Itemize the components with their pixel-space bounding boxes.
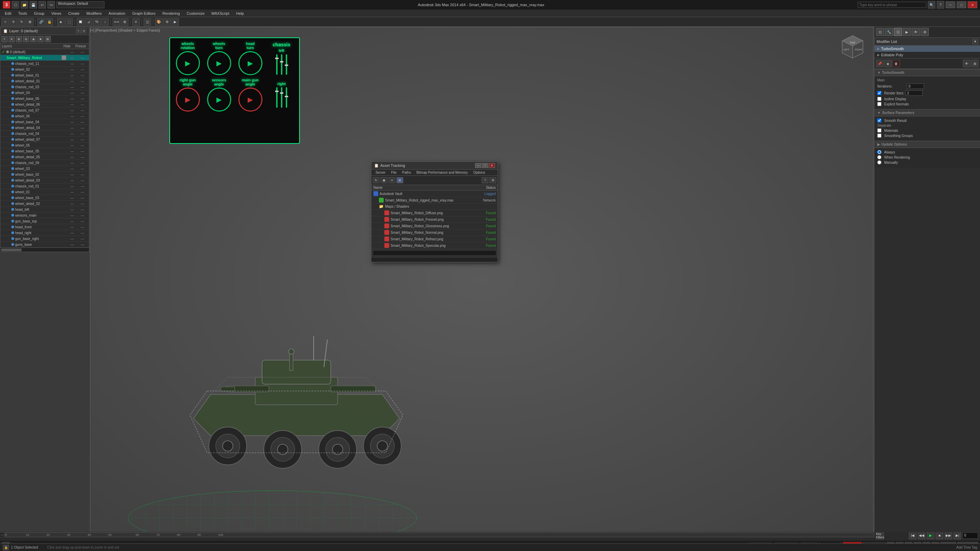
ap-refresh-btn[interactable]: ↻ [373, 177, 380, 183]
layer-mgr[interactable]: ≡ [132, 18, 140, 26]
viewport-3d[interactable]: wheelsrotation ▶ wheelsturn ▶ headturn ▶ [90, 27, 873, 532]
slider5[interactable] [281, 87, 282, 108]
select-filter[interactable]: ◈ [57, 18, 65, 26]
smoothing-groups-check[interactable] [877, 133, 881, 138]
update-options-header[interactable]: ▶ Update Options [875, 141, 980, 148]
move-btn[interactable]: ✛ [10, 18, 17, 26]
list-item[interactable]: head_front —— [0, 224, 89, 230]
key-filters-btn[interactable]: Key Filters [876, 532, 884, 539]
next-key-btn[interactable]: ▶▶ [945, 532, 952, 539]
new-layer-btn[interactable]: + [2, 36, 8, 42]
percent-snap[interactable]: % [93, 18, 101, 26]
material-editor[interactable]: 🎨 [155, 18, 162, 26]
render-setup[interactable]: ⚙ [163, 18, 171, 26]
isoline-check[interactable] [877, 97, 881, 101]
search-btn[interactable]: 🔍 [928, 1, 935, 9]
viewport-cube[interactable]: TOP RIGHT LEFT [839, 34, 866, 62]
menu-create[interactable]: Create [65, 11, 83, 16]
snap-toggle[interactable]: 🔲 [76, 18, 84, 26]
ap-menu-options[interactable]: Options [471, 170, 488, 175]
select-layer-btn[interactable]: ◈ [30, 36, 37, 42]
add-time-tag[interactable]: Add Time Tag [956, 546, 977, 549]
save-btn[interactable]: 💾 [30, 1, 37, 9]
list-item[interactable]: chassis_rod_11 —— [0, 61, 89, 67]
list-item[interactable]: Smart_Military_Robot — — [0, 55, 89, 61]
asset-maximize-btn[interactable]: □ [482, 163, 488, 168]
list-item[interactable]: wheel_03 —— [0, 166, 89, 171]
list-item[interactable]: wheel_06 —— [0, 113, 89, 119]
list-item[interactable]: wheel_base_01 —— [0, 72, 89, 78]
list-item[interactable]: wheel_detail_05 —— [0, 154, 89, 160]
select-btn[interactable]: ⊹ [2, 18, 9, 26]
slider4[interactable] [276, 87, 278, 108]
list-item[interactable]: wheel_05 —— [0, 143, 89, 148]
remove-modifier-btn[interactable]: 🗑 [892, 60, 900, 67]
help-btn[interactable]: ? [937, 1, 944, 9]
list-item[interactable]: chassis_rod_09 —— [0, 160, 89, 166]
ap-list-btn[interactable]: ≡ [388, 177, 395, 183]
list-item[interactable]: wheel_detail_04 —— [0, 125, 89, 131]
list-item[interactable]: 📁 Maps / Shaders [371, 203, 498, 210]
remove-from-layer-btn[interactable]: ⊖ [23, 36, 29, 42]
stop-btn[interactable]: ■ [936, 532, 943, 539]
mirror-btn[interactable]: ⟺ [113, 18, 120, 26]
explicit-check[interactable] [877, 102, 881, 106]
asset-close-btn[interactable]: ✕ [489, 163, 495, 168]
turbosmooth-section-header[interactable]: ▼ TurboSmooth [875, 69, 980, 76]
slider6[interactable] [286, 87, 287, 108]
wheels-turn-btn[interactable]: ▶ [207, 51, 231, 75]
head-turn-btn[interactable]: ▶ [239, 51, 262, 75]
list-item[interactable]: head_right —— [0, 230, 89, 236]
list-item[interactable]: Autodesk Vault Logged [371, 191, 498, 197]
lock-btn[interactable]: 🔒 [3, 545, 9, 550]
list-item[interactable]: wheel_01 —— [0, 189, 89, 195]
slider1[interactable] [276, 54, 278, 75]
list-item[interactable]: Smart_Military_Robot_rigged_max_vray.max… [371, 197, 498, 203]
unlink-btn[interactable]: 🔓 [46, 18, 53, 26]
always-radio[interactable] [877, 150, 881, 154]
list-item[interactable]: wheel_base_05 —— [0, 148, 89, 154]
list-item[interactable]: chassis_rod_01 —— [0, 183, 89, 189]
menu-rendering[interactable]: Rendering [159, 11, 183, 16]
list-item[interactable]: wheel_detail_01 —— [0, 78, 89, 84]
ap-menu-file[interactable]: File [388, 170, 399, 175]
angle-snap[interactable]: ⊿ [85, 18, 92, 26]
right-gun-angle-btn[interactable]: ▶ [176, 87, 200, 111]
add-to-layer-btn[interactable]: ⊕ [16, 36, 22, 42]
list-item[interactable]: chassis_rod_07 —— [0, 108, 89, 113]
ap-help-btn[interactable]: ? [482, 177, 488, 183]
slider3[interactable] [286, 54, 287, 75]
list-item[interactable]: wheel_detail_07 —— [0, 137, 89, 143]
rotate-btn[interactable]: ↻ [18, 18, 25, 26]
main-gun-angle-btn[interactable]: ▶ [239, 87, 262, 111]
next-frame-btn[interactable]: ▶| [953, 532, 961, 539]
list-item[interactable]: Smart_Military_Robot_Glossiness.png Foun… [371, 223, 498, 229]
menu-animation[interactable]: Animation [105, 11, 129, 16]
list-item[interactable]: wheel_base_03 —— [0, 195, 89, 201]
manually-radio[interactable] [877, 160, 881, 164]
link-btn[interactable]: 🔗 [37, 18, 45, 26]
ap-track-btn[interactable]: ◉ [380, 177, 387, 183]
menu-help[interactable]: Help [233, 11, 248, 16]
tab-utilities[interactable]: ⚙ [921, 28, 929, 36]
ap-settings-btn[interactable]: ⚙ [490, 177, 496, 183]
prev-key-btn[interactable]: ◀◀ [918, 532, 925, 539]
modifier-turbosmooth[interactable]: ▶ TurboSmooth [875, 46, 980, 52]
menu-modifiers[interactable]: Modifiers [83, 11, 105, 16]
panel-help-btn[interactable]: ? [76, 29, 81, 33]
search-input[interactable] [858, 2, 926, 8]
list-item[interactable]: gun_base_top —— [0, 218, 89, 224]
show-sub-btn[interactable]: ⊞ [971, 60, 978, 67]
ap-menu-server[interactable]: Server [373, 170, 388, 175]
ap-detail-btn[interactable]: ⊞ [396, 177, 403, 183]
slider2[interactable] [281, 54, 282, 75]
menu-maxscript[interactable]: MAXScript [208, 11, 233, 16]
schematic-view[interactable]: ◫ [143, 18, 151, 26]
when-render-radio[interactable] [877, 155, 881, 159]
list-item[interactable]: Smart_Military_Robot_Diffuse.png Found [371, 210, 498, 216]
ap-menu-paths[interactable]: Paths [399, 170, 414, 175]
list-item[interactable]: ✓ 0 (default) — — [0, 49, 89, 55]
new-btn[interactable]: ☐ [12, 1, 19, 9]
render-iters-check[interactable] [877, 91, 881, 95]
render-iters-input[interactable] [905, 90, 923, 96]
